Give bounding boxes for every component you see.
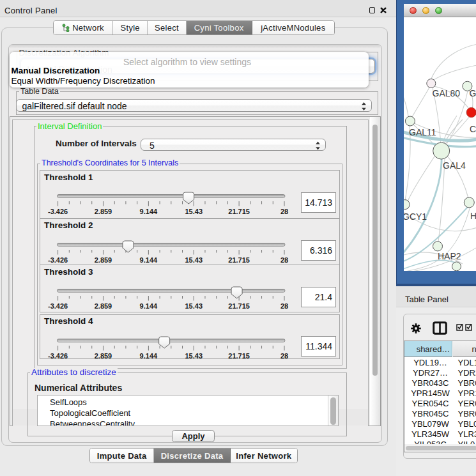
svg-text:9.144: 9.144 bbox=[140, 352, 158, 360]
svg-text:15.43: 15.43 bbox=[185, 302, 203, 310]
svg-text:2.859: 2.859 bbox=[95, 208, 112, 215]
svg-text:28: 28 bbox=[280, 352, 288, 360]
svg-text:9.144: 9.144 bbox=[140, 302, 158, 310]
svg-text:28: 28 bbox=[280, 302, 288, 310]
svg-text:GAL11: GAL11 bbox=[409, 127, 436, 137]
svg-text:C: C bbox=[470, 124, 476, 134]
svg-text:21.715: 21.715 bbox=[228, 302, 250, 310]
svg-text:GA: GA bbox=[470, 88, 476, 98]
svg-text:2.859: 2.859 bbox=[95, 302, 112, 310]
svg-text:-3.426: -3.426 bbox=[48, 352, 68, 360]
svg-text:21.715: 21.715 bbox=[228, 208, 250, 215]
svg-text:21.715: 21.715 bbox=[228, 352, 250, 360]
svg-text:-3.426: -3.426 bbox=[48, 256, 68, 264]
svg-text:2.859: 2.859 bbox=[95, 352, 112, 360]
svg-text:15.43: 15.43 bbox=[185, 352, 203, 360]
svg-text:2.859: 2.859 bbox=[95, 256, 112, 264]
svg-text:28: 28 bbox=[280, 208, 288, 215]
svg-text:21.715: 21.715 bbox=[228, 256, 250, 264]
svg-text:HAP2: HAP2 bbox=[438, 251, 461, 261]
svg-text:28: 28 bbox=[280, 256, 288, 264]
svg-text:H: H bbox=[470, 211, 476, 221]
svg-text:9.144: 9.144 bbox=[140, 256, 158, 264]
svg-text:-3.426: -3.426 bbox=[48, 208, 68, 215]
svg-text:-3.426: -3.426 bbox=[48, 302, 68, 310]
svg-text:GAL4: GAL4 bbox=[443, 160, 466, 171]
svg-text:GAL80: GAL80 bbox=[433, 88, 461, 98]
svg-text:15.43: 15.43 bbox=[185, 256, 203, 264]
svg-text:15.43: 15.43 bbox=[185, 208, 203, 215]
svg-text:9.144: 9.144 bbox=[140, 208, 158, 215]
svg-text:GCY1: GCY1 bbox=[404, 211, 427, 222]
